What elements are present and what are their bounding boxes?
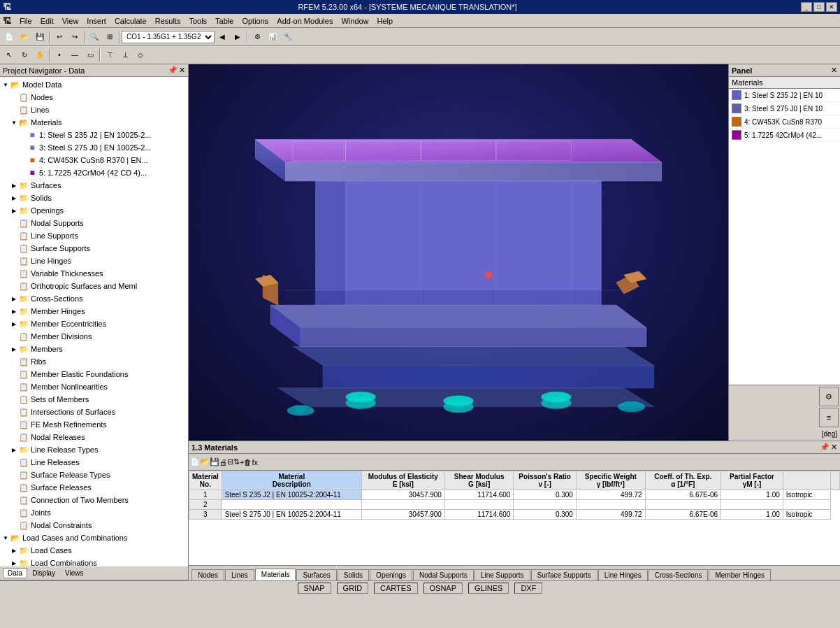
tree-item-line-releases[interactable]: 📋Line Releases (0, 456, 188, 469)
tree-item-surfaces[interactable]: ▶📁Surfaces (0, 179, 188, 192)
tree-item-mat-4[interactable]: ■4: CW453K CuSn8 R370 | EN... (0, 154, 188, 166)
material-item-3[interactable]: 3: Steel S 275 J0 | EN 10 (729, 102, 840, 115)
rotate-button[interactable]: ↻ (17, 48, 32, 63)
menu-item-tools[interactable]: Tools (184, 15, 211, 27)
nav-fwd-button[interactable]: ▶ (230, 29, 245, 45)
bottom-tab-cross-sections[interactable]: Cross-Sections (649, 569, 709, 580)
bottom-panel-close[interactable]: ✕ (831, 443, 837, 452)
tree-item-member-eccentricities[interactable]: ▶📁Member Eccentricities (0, 317, 188, 330)
expand-icon[interactable]: ▼ (1, 534, 10, 542)
node-button[interactable]: • (52, 48, 67, 63)
bottom-tab-solids[interactable]: Solids (338, 569, 369, 580)
tree-item-mat-3[interactable]: ■3: Steel S 275 J0 | EN 10025-2... (0, 141, 188, 154)
bottom-tab-openings[interactable]: Openings (370, 569, 412, 580)
tree-item-orthotropic[interactable]: 📋Orthotropic Surfaces and Meml (0, 280, 188, 292)
menu-item-calculate[interactable]: Calculate (110, 15, 151, 27)
table-row[interactable]: 1 Steel S 235 J2 | EN 10025-2:2004-11 30… (189, 490, 840, 500)
expand-icon[interactable]: ▶ (10, 194, 18, 202)
tree-item-nodal-constraints[interactable]: 📋Nodal Constraints (0, 519, 188, 531)
expand-icon[interactable]: ▼ (10, 118, 18, 127)
view-front-button[interactable]: ⊥ (117, 48, 133, 63)
tree-item-surface-release-types[interactable]: 📋Surface Release Types (0, 469, 188, 481)
view-3d-button[interactable]: ◇ (133, 48, 148, 63)
bottom-tab-nodal-supports[interactable]: Nodal Supports (413, 569, 474, 580)
tree-item-member-hinges[interactable]: ▶📁Member Hinges (0, 305, 188, 317)
tree-item-load-cases[interactable]: ▶📁Load Cases (0, 544, 188, 557)
bottom-tab-surfaces[interactable]: Surfaces (296, 569, 336, 580)
3d-viewport[interactable] (189, 64, 728, 441)
redo-button[interactable]: ↪ (67, 29, 82, 45)
close-button[interactable]: ✕ (826, 2, 837, 12)
tab-data[interactable]: Data (3, 568, 27, 578)
zoom-all-button[interactable]: ⊞ (102, 29, 117, 45)
tree-item-surface-releases[interactable]: 📋Surface Releases (0, 481, 188, 494)
tree-item-solids[interactable]: ▶📁Solids (0, 192, 188, 204)
tree-item-line-supports[interactable]: 📋Line Supports (0, 229, 188, 242)
tree-item-cross-sections[interactable]: ▶📁Cross-Sections (0, 292, 188, 305)
expand-icon[interactable]: ▶ (10, 445, 18, 454)
expand-icon[interactable]: ▶ (10, 345, 18, 353)
tree-item-joints[interactable]: 📋Joints (0, 506, 188, 519)
expand-icon[interactable]: ▶ (10, 307, 18, 315)
tree-item-line-release-types[interactable]: ▶📁Line Release Types (0, 443, 188, 456)
tree-item-nodal-releases[interactable]: 📋Nodal Releases (0, 431, 188, 443)
tt-btn-delete[interactable]: 🗑 (244, 458, 252, 466)
surface-button[interactable]: ▭ (82, 48, 98, 63)
expand-icon[interactable]: ▶ (10, 320, 18, 328)
new-button[interactable]: 📄 (1, 29, 17, 45)
tt-btn-new[interactable]: 📄 (190, 457, 200, 466)
tree-item-nodes[interactable]: 📋Nodes (0, 91, 188, 104)
tree-item-member-nonlinearities[interactable]: 📋Member Nonlinearities (0, 380, 188, 393)
expand-icon[interactable]: ▶ (10, 294, 18, 303)
tt-btn-fx[interactable]: fx (252, 458, 258, 466)
tree-item-connection-two[interactable]: 📋Connection of Two Members (0, 494, 188, 506)
bottom-tab-nodes[interactable]: Nodes (191, 569, 224, 580)
expand-icon[interactable]: ▶ (10, 546, 18, 555)
nav-back-button[interactable]: ◀ (215, 29, 230, 45)
bottom-panel-pin[interactable]: 📌 (820, 443, 830, 452)
status-item-cartes[interactable]: CARTES (374, 583, 417, 594)
bottom-tab-lines[interactable]: Lines (225, 569, 254, 580)
status-item-dxf[interactable]: DXF (514, 583, 542, 594)
nav-close-button[interactable]: ✕ (179, 66, 185, 75)
tree-item-surface-supports[interactable]: 📋Surface Supports (0, 242, 188, 255)
tt-btn-open[interactable]: 📂 (200, 457, 210, 466)
bottom-tab-line-hinges[interactable]: Line Hinges (598, 569, 648, 580)
tt-btn-sort[interactable]: ⇅ (233, 457, 240, 466)
tb-btn-1[interactable]: ⚙ (249, 29, 265, 45)
material-item-4[interactable]: 4: CW453K CuSn8 R370 (729, 115, 840, 129)
load-combo-select[interactable]: CO1 - 1.35G1 + 1.35G2 (122, 31, 215, 43)
table-row[interactable]: 3 Steel S 275 J0 | EN 10025-2:2004-11 30… (189, 510, 840, 520)
tt-btn-filter[interactable]: ⊟ (227, 457, 233, 466)
menu-item-window[interactable]: Window (337, 15, 372, 27)
tt-btn-save[interactable]: 💾 (210, 457, 219, 466)
tab-display[interactable]: Display (27, 568, 60, 578)
menu-item-options[interactable]: Options (238, 15, 273, 27)
expand-icon[interactable]: ▶ (10, 181, 18, 190)
bottom-tab-member-hinges[interactable]: Member Hinges (709, 569, 771, 580)
bottom-tab-line-supports[interactable]: Line Supports (475, 569, 530, 580)
tree-item-member-divisions[interactable]: 📋Member Divisions (0, 330, 188, 343)
status-item-snap[interactable]: SNAP (298, 583, 331, 594)
view-top-button[interactable]: ⊤ (102, 48, 117, 63)
status-item-osnap[interactable]: OSNAP (423, 583, 463, 594)
table-row[interactable]: 2 (189, 500, 840, 510)
minimize-button[interactable]: _ (801, 2, 812, 12)
tree-item-load-cases-combinations[interactable]: ▼📂Load Cases and Combinations (0, 531, 188, 544)
material-item-5[interactable]: 5: 1.7225 42CrMo4 (42... (729, 129, 840, 142)
tree-item-lines[interactable]: 📋Lines (0, 104, 188, 116)
tree-item-model-data[interactable]: ▼📂Model Data (0, 78, 188, 91)
menu-item-help[interactable]: Help (373, 15, 398, 27)
tree-item-nodal-supports[interactable]: 📋Nodal Supports (0, 217, 188, 229)
tree-item-line-hinges[interactable]: 📋Line Hinges (0, 255, 188, 267)
tree-item-mat-5[interactable]: ■5: 1.7225 42CrMo4 (42 CD 4)... (0, 166, 188, 179)
tt-btn-print[interactable]: 🖨 (219, 458, 227, 466)
tree-item-mat-1[interactable]: ■1: Steel S 235 J2 | EN 10025-2... (0, 129, 188, 141)
expand-icon[interactable]: ▶ (10, 206, 18, 215)
nav-pin-button[interactable]: 📌 (168, 66, 178, 75)
line-button[interactable]: — (67, 48, 82, 63)
status-item-glines[interactable]: GLINES (468, 583, 509, 594)
tree-item-member-elastic[interactable]: 📋Member Elastic Foundations (0, 368, 188, 380)
menu-item-edit[interactable]: Edit (36, 15, 58, 27)
menu-item-view[interactable]: View (58, 15, 83, 27)
